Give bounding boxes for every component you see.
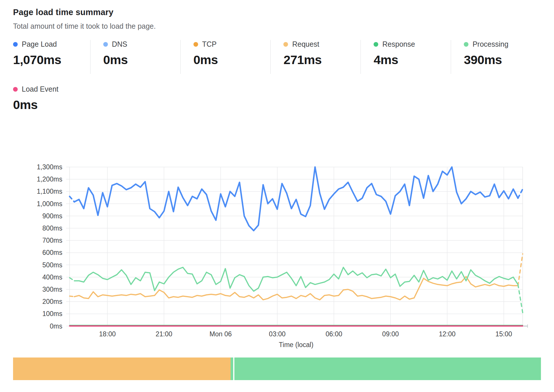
stat-card-page-load: Page Load 1,070ms <box>13 40 90 74</box>
legend-dot-dns-icon <box>103 42 108 47</box>
legend-dot-page-load-icon <box>13 42 18 47</box>
stat-label-row: Processing <box>464 40 541 48</box>
stat-label: Load Event <box>22 85 59 93</box>
y-tick-label: 0ms <box>50 322 62 330</box>
series-page-load <box>70 167 523 231</box>
y-tick-label: 800ms <box>42 224 62 232</box>
y-tick-label: 400ms <box>42 273 62 281</box>
x-tick-label: 03:00 <box>269 330 286 338</box>
y-tick-label: 1,100ms <box>37 188 62 195</box>
stat-card-load-event: Load Event 0ms <box>13 85 59 112</box>
page-title: Page load time summary <box>13 8 541 17</box>
stat-card-response: Response 4ms <box>361 40 451 74</box>
timeline-segment-ok[interactable] <box>234 357 541 380</box>
legend-dot-processing-icon <box>464 42 468 47</box>
stat-value: 1,070ms <box>13 53 90 67</box>
stat-label-row: Request <box>283 40 361 48</box>
series-line-processing <box>74 267 518 291</box>
y-tick-label: 600ms <box>42 249 62 256</box>
x-tick-label: 15:00 <box>495 330 512 338</box>
stat-label: Request <box>292 40 319 48</box>
stat-label: DNS <box>112 40 127 48</box>
series-line-page-load <box>74 167 518 231</box>
series-processing <box>70 267 523 313</box>
x-tick-label: 06:00 <box>325 330 342 338</box>
x-tick-label: 09:00 <box>382 330 399 338</box>
legend-dot-tcp-icon <box>193 42 198 47</box>
series-line-processing <box>70 278 74 281</box>
timeline-bar[interactable] <box>13 357 541 380</box>
stat-value: 390ms <box>464 53 541 67</box>
y-tick-label: 1,200ms <box>37 175 62 183</box>
stats-row: Page Load 1,070ms DNS 0ms TCP 0ms Reques… <box>13 40 541 74</box>
stat-label: Response <box>382 40 415 48</box>
timeline-segment-ok[interactable] <box>231 357 233 380</box>
stat-card-dns: DNS 0ms <box>90 40 180 74</box>
page-subtitle: Total amount of time it took to load the… <box>13 22 541 30</box>
stat-label-row: Load Event <box>13 85 59 93</box>
legend-dot-response-icon <box>374 42 378 47</box>
series-line-request <box>70 296 74 297</box>
y-tick-label: 1,300ms <box>37 163 62 171</box>
x-tick-label: 21:00 <box>156 330 173 338</box>
series-line-page-load <box>70 196 74 202</box>
y-tick-label: 500ms <box>42 261 62 269</box>
y-tick-label: 300ms <box>42 286 62 293</box>
stat-label: TCP <box>202 40 217 48</box>
y-tick-label: 100ms <box>42 310 62 317</box>
stat-label-row: Page Load <box>13 40 90 48</box>
stats-row-2: Load Event 0ms <box>13 85 541 112</box>
stat-label-row: TCP <box>193 40 271 48</box>
axis-grid: 0ms100ms200ms300ms400ms500ms600ms700ms80… <box>37 163 523 338</box>
stat-value: 4ms <box>374 53 451 67</box>
x-tick-label: Mon 06 <box>209 330 232 338</box>
y-tick-label: 200ms <box>42 298 62 305</box>
legend-dot-load-event-icon <box>13 87 18 92</box>
x-tick-label: 12:00 <box>439 330 456 338</box>
stat-label: Page Load <box>22 40 57 48</box>
y-tick-label: 900ms <box>42 212 62 220</box>
stat-value: 0ms <box>193 53 271 67</box>
stat-label: Processing <box>472 40 508 48</box>
stat-label-row: Response <box>374 40 451 48</box>
stat-value: 0ms <box>103 53 180 67</box>
series-line-request <box>518 254 523 286</box>
timeline-segment-warning[interactable] <box>13 357 231 380</box>
x-axis-title: Time (local) <box>279 341 313 349</box>
stat-label-row: DNS <box>103 40 180 48</box>
legend-dot-request-icon <box>283 42 288 47</box>
stat-card-request: Request 271ms <box>270 40 361 74</box>
load-time-chart[interactable]: 0ms100ms200ms300ms400ms500ms600ms700ms80… <box>13 150 541 350</box>
y-tick-label: 700ms <box>42 237 62 244</box>
series-line-page-load <box>518 189 523 198</box>
stat-card-tcp: TCP 0ms <box>180 40 271 74</box>
stat-value: 271ms <box>283 53 361 67</box>
stat-card-processing: Processing 390ms <box>451 40 541 74</box>
series-line-processing <box>518 284 523 313</box>
page-load-summary-panel: Page load time summary Total amount of t… <box>0 0 554 380</box>
y-tick-label: 1,000ms <box>37 200 62 208</box>
stat-value: 0ms <box>13 98 59 112</box>
x-tick-label: 18:00 <box>99 330 116 338</box>
